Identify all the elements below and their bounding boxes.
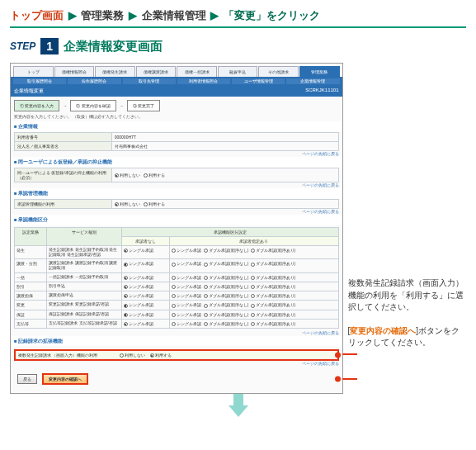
radio-icon[interactable] — [172, 276, 176, 280]
grid-cell-noassign: シングル承認 — [121, 291, 170, 301]
grid-h-sp1: 承認者なし — [121, 237, 170, 246]
grid-cell-noassign: シングル承認 — [121, 301, 170, 310]
grid-cell-assign: シングル承認 ダブル承認(順序なし) ダブル承認(順序あり) — [170, 310, 338, 319]
sameuser-key: 同一ユーザによる 仮登録/承認の抑止機能の利用（必須） — [15, 168, 112, 182]
radio-icon[interactable] — [251, 285, 255, 289]
company-val-0: 000000H7T — [111, 133, 338, 142]
radio-icon[interactable] — [115, 173, 119, 178]
page-top-link[interactable]: ページの先頭に戻る — [11, 361, 342, 367]
radio-icon[interactable] — [144, 202, 148, 206]
tab-batch[interactable]: 債権一括請求 — [177, 66, 217, 77]
radio-icon[interactable] — [251, 304, 255, 308]
breadcrumb-arrow-icon: ▶ — [209, 9, 220, 21]
subtab-2[interactable]: 取引先管理 — [123, 78, 176, 84]
radio-icon[interactable] — [120, 353, 124, 358]
radio-icon[interactable] — [172, 322, 176, 326]
grid-row: 譲渡担保譲渡担保申込シングル承認シングル承認 ダブル承認(順序なし) ダブル承認… — [15, 291, 339, 301]
radio-icon[interactable] — [204, 322, 208, 326]
radio-icon[interactable] — [124, 276, 128, 280]
radio-icon[interactable] — [251, 263, 255, 267]
radio-icon[interactable] — [251, 294, 255, 298]
radio-icon[interactable] — [172, 294, 176, 298]
tab-inquiry[interactable]: 債権情報照会 — [54, 66, 95, 77]
radio-icon[interactable] — [115, 202, 119, 206]
radio-icon[interactable] — [251, 322, 255, 326]
subtab-1[interactable]: 操作履歴照会 — [68, 78, 120, 84]
radio-icon[interactable] — [144, 173, 148, 178]
section-sameuser-title: 同一ユーザによる仮登録／承認の抑止機能 — [11, 157, 342, 168]
radio-icon[interactable] — [204, 263, 208, 267]
breadcrumb: トップ画面 ▶ 管理業務 ▶ 企業情報管理 ▶ 「変更」をクリック — [10, 8, 466, 28]
page-top-link[interactable]: ページの先頭に戻る — [11, 151, 342, 157]
step-title: 企業情報変更画面 — [64, 39, 163, 54]
radio-label-yes: 利用する — [148, 173, 165, 178]
radio-icon[interactable] — [204, 285, 208, 289]
company-val-1: 付与商事株式会社 — [111, 142, 338, 151]
section-approval-title: 承認管理機能 — [11, 188, 342, 199]
page-top-link[interactable]: ページの先頭に戻る — [11, 209, 342, 215]
tab-admin[interactable]: 管理業務 — [299, 66, 340, 77]
subtab-5[interactable]: 企業情報管理 — [286, 78, 339, 84]
tab-loan[interactable]: 融資申込 — [218, 66, 258, 77]
subtab-0[interactable]: 取引履歴照会 — [13, 78, 66, 84]
step-arrow-icon: → — [63, 103, 67, 108]
tab-top[interactable]: トップ — [13, 66, 54, 77]
grid-cell-service: 譲渡記録請求 譲渡記録予約取消 譲渡記録取消 — [47, 259, 121, 272]
radio-icon[interactable] — [124, 304, 128, 308]
page-top-link[interactable]: ページの先頭に戻る — [11, 182, 342, 188]
radio-icon[interactable] — [172, 285, 176, 289]
radio-icon[interactable] — [204, 313, 208, 317]
radio-icon[interactable] — [124, 263, 128, 267]
radio-icon[interactable] — [251, 313, 255, 317]
radio-icon[interactable] — [150, 353, 154, 358]
grid-cell-business: 譲渡担保 — [15, 291, 47, 301]
grid-cell-business: 一括 — [15, 272, 47, 282]
radio-icon[interactable] — [124, 313, 128, 317]
step-heading: STEP 1 企業情報変更画面 — [10, 38, 466, 54]
grid-h-setting: 承認機能区分設定 — [121, 228, 338, 237]
approval-key: 承認管理機能の利用 — [15, 200, 112, 209]
grid-cell-noassign: シングル承認 — [121, 319, 170, 328]
radio-icon[interactable] — [204, 276, 208, 280]
tab-transfer[interactable]: 債権譲渡請求 — [136, 66, 177, 77]
radio-icon[interactable] — [204, 294, 208, 298]
grid-h-sp2: 承認者指定あり — [170, 237, 338, 246]
page-top-link[interactable]: ページの先頭に戻る — [11, 330, 342, 336]
step-1-box: ① 変更内容を入力 — [14, 100, 59, 111]
grid-cell-assign: シングル承認 ダブル承認(順序なし) ダブル承認(順序あり) — [170, 319, 338, 328]
radio-icon[interactable] — [124, 285, 128, 289]
grid-cell-noassign: シングル承認 — [121, 246, 170, 259]
tab-other[interactable]: その他請求 — [258, 66, 299, 77]
breadcrumb-item-2: 企業情報管理 — [142, 9, 206, 21]
input-note: 変更内容を入力してください。 （取扱）欄は必ず入力してください。 — [11, 115, 342, 121]
approval-val: 利用しない 利用する — [111, 200, 338, 209]
subtab-4[interactable]: ユーザ情報管理 — [232, 78, 285, 84]
radio-icon[interactable] — [124, 322, 128, 326]
sameuser-table: 同一ユーザによる 仮登録/承認の抑止機能の利用（必須） 利用しない 利用する — [14, 168, 339, 182]
back-button[interactable]: 戻る — [17, 374, 37, 384]
grid-cell-business: 発生 — [15, 246, 47, 259]
radio-icon[interactable] — [124, 249, 128, 253]
company-table: 利用者番号 000000H7T 法人名／個人事業者名 付与商事株式会社 — [14, 132, 339, 151]
radio-label-no: 利用しない — [120, 201, 140, 206]
company-key-0: 利用者番号 — [15, 133, 112, 142]
breadcrumb-item-1: 管理業務 — [81, 9, 124, 21]
radio-icon[interactable] — [251, 249, 255, 253]
radio-icon[interactable] — [172, 304, 176, 308]
radio-icon[interactable] — [172, 313, 176, 317]
subtab-3[interactable]: 利用者情報照会 — [177, 78, 230, 84]
radio-icon[interactable] — [172, 249, 176, 253]
radio-icon[interactable] — [204, 249, 208, 253]
step-3-box: ③ 変更完了 — [127, 100, 160, 111]
radio-icon[interactable] — [251, 276, 255, 280]
page-title: 企業情報変更 — [14, 88, 44, 95]
step-arrow-icon: → — [120, 103, 124, 108]
grid-cell-service: 発生記録請求 発生記録予約取消 発生記録取消 発生記録承諾/否認 — [47, 246, 121, 259]
confirm-button[interactable]: 変更内容の確認へ — [42, 373, 88, 385]
radio-icon[interactable] — [172, 263, 176, 267]
grid-row: 変更変更記録請求 変更記録承諾/否認シングル承認シングル承認 ダブル承認(順序な… — [15, 301, 339, 310]
tab-issue[interactable]: 債権発生請求 — [95, 66, 135, 77]
radio-icon[interactable] — [204, 304, 208, 308]
grid-cell-service: 支払等記録請求 支払等記録承諾/否認 — [47, 319, 121, 328]
radio-icon[interactable] — [124, 294, 128, 298]
